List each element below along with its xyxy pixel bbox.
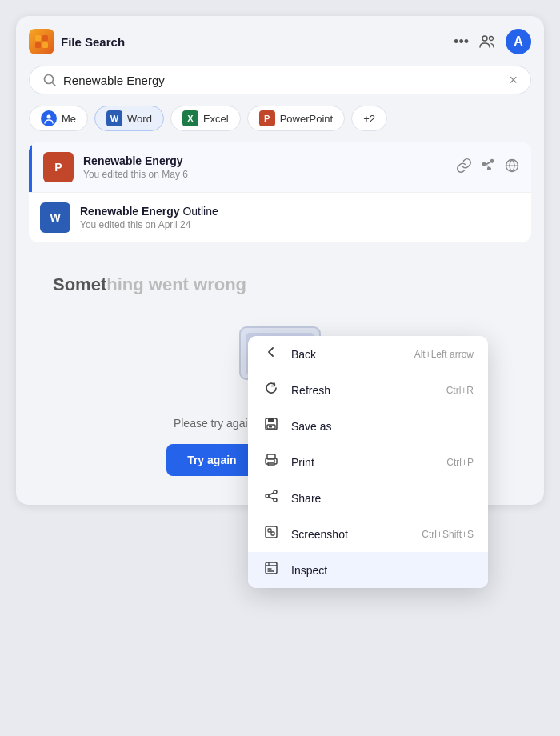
context-menu: Back Alt+Left arrow Refresh Ctrl+R xyxy=(248,336,488,588)
print-icon xyxy=(262,453,280,471)
filter-pill-ppt[interactable]: P PowerPoint xyxy=(247,106,345,131)
svg-point-24 xyxy=(274,490,277,494)
context-screenshot-shortcut: Ctrl+Shift+S xyxy=(422,529,474,540)
svg-point-7 xyxy=(47,115,51,119)
context-back-label: Back xyxy=(291,348,316,361)
search-input[interactable] xyxy=(63,74,502,87)
svg-rect-1 xyxy=(42,35,48,41)
back-icon xyxy=(262,345,280,363)
excel-icon: X xyxy=(182,110,198,126)
save-as-icon xyxy=(262,417,280,435)
people-button[interactable] xyxy=(478,33,496,50)
top-bar-left: File Search xyxy=(29,29,125,54)
file-icon-ppt: P xyxy=(43,152,74,182)
file-item-1[interactable]: W Renewable Energy Outline You edited th… xyxy=(29,192,531,242)
file-list: P Renewable Energy You edited this on Ma… xyxy=(29,142,531,242)
file-name-1: Renewable Energy Outline xyxy=(80,205,520,218)
svg-rect-29 xyxy=(271,532,274,535)
something-text: Something went wrong xyxy=(53,274,246,295)
try-again-button[interactable]: Try again xyxy=(166,444,257,476)
svg-rect-17 xyxy=(268,418,274,422)
svg-rect-19 xyxy=(269,426,272,428)
top-bar: File Search ••• A xyxy=(29,29,531,54)
file-link-button-0[interactable] xyxy=(456,158,472,178)
refresh-icon xyxy=(262,381,280,399)
file-date-0: You edited this on May 6 xyxy=(83,169,446,180)
svg-point-26 xyxy=(274,498,277,502)
context-screenshot-label: Screenshot xyxy=(291,528,348,541)
file-item-0[interactable]: P Renewable Energy You edited this on Ma… xyxy=(29,142,531,192)
context-print-label: Print xyxy=(291,456,314,469)
word-icon: W xyxy=(106,110,122,126)
me-icon xyxy=(41,110,57,126)
search-icon xyxy=(42,73,57,87)
filter-pill-excel[interactable]: X Excel xyxy=(170,106,241,131)
file-web-button-0[interactable] xyxy=(504,158,520,178)
svg-rect-0 xyxy=(35,35,41,41)
file-info-0: Renewable Energy You edited this on May … xyxy=(83,154,446,180)
svg-rect-28 xyxy=(268,529,271,532)
context-inspect-label: Inspect xyxy=(291,564,327,577)
filter-me-label: Me xyxy=(62,113,76,125)
context-back-shortcut: Alt+Left arrow xyxy=(414,349,474,360)
file-info-1: Renewable Energy Outline You edited this… xyxy=(80,205,520,230)
file-icon-word: W xyxy=(40,202,70,233)
context-share-label: Share xyxy=(291,492,321,505)
context-print-shortcut: Ctrl+P xyxy=(446,457,474,468)
svg-rect-3 xyxy=(42,42,48,48)
context-save-as-label: Save as xyxy=(291,420,332,433)
app-icon xyxy=(29,29,54,54)
svg-point-25 xyxy=(266,494,269,498)
app-shell: File Search ••• A × xyxy=(16,16,544,505)
avatar-button[interactable]: A xyxy=(506,29,531,54)
svg-rect-2 xyxy=(35,42,41,48)
svg-rect-30 xyxy=(266,562,277,574)
search-clear-button[interactable]: × xyxy=(509,73,518,87)
context-menu-back[interactable]: Back Alt+Left arrow xyxy=(248,336,488,372)
context-menu-share[interactable]: Share xyxy=(248,480,488,516)
filter-word-label: Word xyxy=(127,113,152,125)
more-button[interactable]: ••• xyxy=(454,34,469,50)
svg-point-23 xyxy=(274,460,275,462)
top-bar-right: ••• A xyxy=(454,29,531,54)
svg-point-4 xyxy=(482,36,487,41)
ppt-icon: P xyxy=(259,110,275,126)
svg-point-6 xyxy=(45,75,54,84)
filter-pill-more[interactable]: +2 xyxy=(351,106,387,131)
share-icon xyxy=(262,489,280,507)
context-menu-print[interactable]: Print Ctrl+P xyxy=(248,444,488,480)
file-share-button-0[interactable] xyxy=(480,158,496,178)
file-date-1: You edited this on April 24 xyxy=(80,219,520,230)
context-menu-save-as[interactable]: Save as xyxy=(248,408,488,444)
filter-pill-word[interactable]: W Word xyxy=(94,106,164,131)
filter-more-label: +2 xyxy=(363,113,375,125)
context-menu-refresh[interactable]: Refresh Ctrl+R xyxy=(248,372,488,408)
context-refresh-shortcut: Ctrl+R xyxy=(446,385,474,396)
filter-pills: Me W Word X Excel P PowerPoint +2 xyxy=(29,106,531,131)
screenshot-icon xyxy=(262,525,280,543)
app-title: File Search xyxy=(61,35,125,49)
context-menu-inspect[interactable]: Inspect xyxy=(248,552,488,588)
svg-point-5 xyxy=(490,37,494,41)
filter-ppt-label: PowerPoint xyxy=(280,113,333,125)
search-bar: × xyxy=(29,66,531,94)
filter-pill-me[interactable]: Me xyxy=(29,106,88,131)
filter-excel-label: Excel xyxy=(203,113,229,125)
context-menu-screenshot[interactable]: Screenshot Ctrl+Shift+S xyxy=(248,516,488,552)
file-name-0: Renewable Energy xyxy=(83,154,446,167)
context-refresh-label: Refresh xyxy=(291,384,330,397)
inspect-icon xyxy=(262,561,280,579)
file-actions-0 xyxy=(456,158,520,178)
